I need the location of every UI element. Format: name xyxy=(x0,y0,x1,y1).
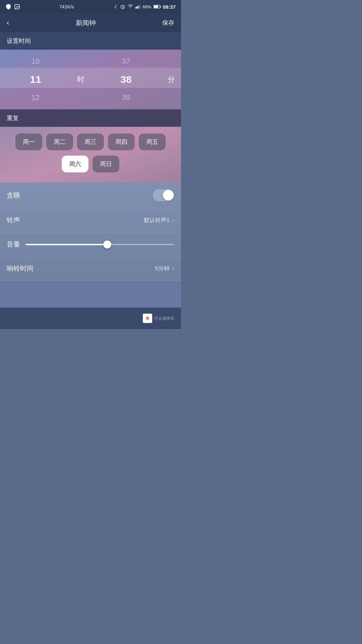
settings-area: 贪睡 铃声 默认铃声1 › 音量 响铃时间 5分钟 › xyxy=(0,182,181,281)
svg-rect-10 xyxy=(160,6,161,8)
slider-fill xyxy=(25,244,107,245)
status-bar: 741K/s 68% 09:37 xyxy=(0,0,181,13)
bottom-logo-text: 什么值得买 xyxy=(154,316,174,321)
snooze-label: 贪睡 xyxy=(7,191,20,200)
days-row-2: 周六 周日 xyxy=(62,156,119,172)
minute-unit-label: 分 xyxy=(162,53,181,106)
alarm-duration-chevron: › xyxy=(172,265,174,272)
ringtone-label: 铃声 xyxy=(7,216,20,225)
ringtone-chevron: › xyxy=(172,217,174,224)
slider-track xyxy=(25,244,174,245)
alarm-duration-right: 5分钟 › xyxy=(155,265,174,272)
hour-unit-label: 时 xyxy=(71,53,90,106)
snooze-row: 贪睡 xyxy=(0,182,181,208)
back-button[interactable]: ‹ xyxy=(7,18,9,27)
repeat-header: 重复 xyxy=(0,109,181,127)
spacer xyxy=(0,281,181,308)
volume-row: 音量 xyxy=(0,232,181,257)
status-speed: 741K/s xyxy=(59,4,74,9)
svg-rect-3 xyxy=(135,7,136,9)
shield-icon xyxy=(5,4,11,10)
ringtone-right: 默认铃声1 › xyxy=(144,216,174,224)
svg-rect-6 xyxy=(138,5,139,9)
save-button[interactable]: 保存 xyxy=(162,19,174,27)
page-title: 新闻钟 xyxy=(76,18,96,28)
svg-rect-9 xyxy=(154,5,158,8)
bluetooth-icon xyxy=(113,4,118,10)
svg-point-1 xyxy=(16,5,16,6)
logo-icon: 值 xyxy=(143,314,152,323)
logo-text: 值 xyxy=(146,316,149,321)
alarm-duration-label: 响铃时间 xyxy=(7,264,34,273)
hour-10: 10 xyxy=(0,53,71,70)
bottom-bar: 值 什么值得买 xyxy=(0,308,181,329)
days-row-1: 周一 周二 周三 周四 周五 xyxy=(15,133,166,150)
volume-slider[interactable] xyxy=(25,244,174,245)
toggle-thumb xyxy=(163,190,174,201)
day-friday[interactable]: 周五 xyxy=(139,133,166,150)
day-tuesday[interactable]: 周二 xyxy=(46,133,73,150)
signal-icon xyxy=(135,4,141,9)
image-icon xyxy=(14,4,20,10)
minute-39: 39 xyxy=(90,89,162,106)
day-thursday[interactable]: 周四 xyxy=(108,133,135,150)
volume-label: 音量 xyxy=(7,240,20,249)
day-saturday[interactable]: 周六 xyxy=(62,156,88,172)
ringtone-row[interactable]: 铃声 默认铃声1 › xyxy=(0,208,181,232)
wifi-icon xyxy=(127,4,133,9)
svg-rect-4 xyxy=(136,6,137,8)
set-time-header: 设置时间 xyxy=(0,32,181,50)
alarm-duration-row[interactable]: 响铃时间 5分钟 › xyxy=(0,257,181,281)
svg-rect-7 xyxy=(139,5,140,8)
day-sunday[interactable]: 周日 xyxy=(93,156,119,172)
status-right: 68% 09:37 xyxy=(113,4,176,10)
status-left xyxy=(5,4,20,10)
day-monday[interactable]: 周一 xyxy=(15,133,42,150)
snooze-toggle[interactable] xyxy=(153,189,174,201)
hour-12: 12 xyxy=(0,89,71,106)
slider-thumb[interactable] xyxy=(103,240,111,249)
minute-picker-column[interactable]: 37 38 39 xyxy=(90,53,162,106)
hour-picker-column[interactable]: 10 11 12 xyxy=(0,53,71,106)
nav-bar: ‹ 新闻钟 保存 xyxy=(0,13,181,32)
battery-icon xyxy=(154,5,161,9)
minute-37: 37 xyxy=(90,53,162,70)
day-wednesday[interactable]: 周三 xyxy=(77,133,104,150)
svg-rect-5 xyxy=(137,6,138,9)
ringtone-value: 默认铃声1 xyxy=(144,216,170,224)
time-picker[interactable]: 10 11 12 时 37 38 39 分 xyxy=(0,50,181,109)
status-time: 09:37 xyxy=(163,4,176,10)
minute-38-selected: 38 xyxy=(90,70,162,89)
hour-11-selected: 11 xyxy=(0,70,71,89)
days-container: 周一 周二 周三 周四 周五 周六 周日 xyxy=(0,127,181,182)
alarm-duration-value: 5分钟 xyxy=(155,265,170,272)
battery-percent: 68% xyxy=(143,4,152,9)
alarm-icon xyxy=(120,4,125,9)
